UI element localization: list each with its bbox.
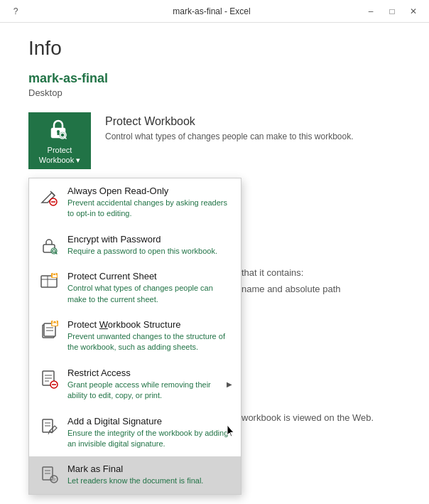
add-digital-signature-desc: Ensure the integrity of the workbook by … [67, 428, 232, 450]
restrict-access-arrow: ▶ [227, 380, 232, 388]
file-name: mark-as-final [28, 71, 401, 86]
encrypt-with-password-desc: Require a password to open this workbook… [67, 246, 232, 257]
protect-workbook-structure-desc: Prevent unwanted changes to the structur… [67, 331, 232, 353]
menu-item-protect-workbook-structure[interactable]: Protect Workbook Structure Prevent unwan… [29, 312, 241, 360]
always-open-read-only-text: Always Open Read-Only Prevent accidental… [67, 186, 232, 220]
protect-workbook-structure-title: Protect Workbook Structure [67, 319, 232, 330]
help-button[interactable]: ? [6, 1, 26, 21]
mouse-cursor [226, 424, 234, 436]
protect-workbook-structure-text: Protect Workbook Structure Prevent unwan… [67, 319, 232, 353]
protect-workbook-label: ProtectWorkbook ▾ [39, 145, 80, 166]
window-controls: – □ ✕ [361, 1, 423, 21]
encrypt-with-password-icon [38, 234, 60, 257]
info-line-1: that it contains: [241, 264, 341, 281]
encrypt-with-password-text: Encrypt with Password Require a password… [67, 234, 232, 257]
info-text-right: that it contains: name and absolute path [241, 264, 341, 298]
add-digital-signature-text: Add a Digital Signature Ensure the integ… [67, 416, 232, 450]
svg-rect-22 [53, 323, 58, 326]
menu-item-restrict-access[interactable]: Restrict Access Grant people access whil… [29, 360, 241, 409]
always-open-read-only-title: Always Open Read-Only [67, 186, 232, 196]
protect-info: Protect Workbook Control what types of c… [105, 112, 354, 143]
menu-item-encrypt-with-password[interactable]: Encrypt with Password Require a password… [29, 227, 241, 264]
restrict-access-icon [38, 368, 60, 390]
svg-rect-16 [53, 275, 57, 277]
restrict-access-desc: Grant people access while removing their… [67, 380, 224, 402]
protect-dropdown-menu: Always Open Read-Only Prevent accidental… [28, 178, 241, 495]
protect-workbook-section: ProtectWorkbook ▾ Protect Workbook Contr… [28, 112, 401, 169]
title-bar: ? mark-as-final - Excel – □ ✕ [0, 0, 429, 23]
always-open-read-only-desc: Prevent accidental changes by asking rea… [67, 198, 232, 220]
main-content: Info mark-as-final Desktop [0, 23, 429, 200]
protect-current-sheet-title: Protect Current Sheet [67, 271, 232, 282]
info-line-2: name and absolute path [241, 281, 341, 297]
menu-item-add-digital-signature[interactable]: Add a Digital Signature Ensure the integ… [29, 409, 241, 457]
close-button[interactable]: ✕ [403, 1, 423, 21]
mark-as-final-text: Mark as Final Let readers know the docum… [67, 463, 232, 486]
menu-item-protect-current-sheet[interactable]: Protect Current Sheet Control what types… [29, 264, 241, 312]
svg-rect-5 [58, 132, 60, 135]
menu-item-mark-as-final[interactable]: Mark as Final Let readers know the docum… [29, 456, 241, 493]
mark-as-final-title: Mark as Final [67, 463, 232, 474]
protect-info-title: Protect Workbook [105, 115, 354, 128]
protect-current-sheet-desc: Control what types of changes people can… [67, 283, 232, 305]
window-title: mark-as-final - Excel [63, 6, 361, 16]
restrict-access-text: Restrict Access Grant people access whil… [67, 368, 224, 402]
protect-current-sheet-text: Protect Current Sheet Control what types… [67, 271, 232, 305]
restrict-access-title: Restrict Access [67, 368, 224, 378]
web-text: workbook is viewed on the Web. [241, 412, 374, 423]
protect-workbook-button[interactable]: ProtectWorkbook ▾ [28, 112, 91, 169]
minimize-button[interactable]: – [361, 1, 381, 21]
encrypt-with-password-title: Encrypt with Password [67, 234, 232, 245]
menu-item-always-open-read-only[interactable]: Always Open Read-Only Prevent accidental… [29, 178, 241, 227]
file-location: Desktop [28, 87, 401, 98]
protect-current-sheet-icon [38, 271, 60, 294]
add-digital-signature-title: Add a Digital Signature [67, 416, 232, 427]
maximize-button[interactable]: □ [382, 1, 402, 21]
always-open-read-only-icon [38, 186, 60, 208]
mark-as-final-desc: Let readers know the document is final. [67, 476, 232, 486]
protect-workbook-structure-icon [38, 319, 60, 342]
protect-workbook-icon [47, 117, 72, 142]
mark-as-final-icon [38, 463, 60, 486]
add-digital-signature-icon [38, 416, 60, 439]
page-title: Info [28, 37, 401, 60]
protect-info-desc: Control what types of changes people can… [105, 131, 354, 143]
